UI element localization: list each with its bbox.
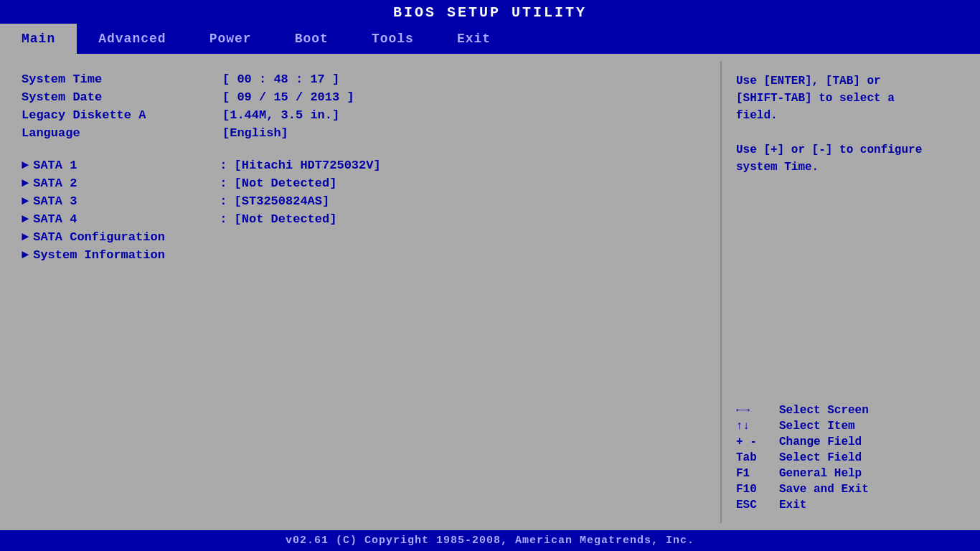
menu-item-row[interactable]: ►System Information (22, 248, 706, 262)
menu-item-row[interactable]: ►SATA Configuration (22, 230, 706, 244)
key-code: + - (736, 435, 779, 448)
key-hint-row: TabSelect Field (736, 451, 958, 464)
key-hints: ←→Select Screen↑↓Select Item+ -Change Fi… (736, 404, 958, 512)
menu-item-label: SATA 3 (33, 194, 220, 208)
key-desc: Select Screen (779, 404, 869, 417)
menu-arrow-icon: ► (22, 159, 29, 172)
menu-arrow-icon: ► (22, 194, 29, 208)
right-panel: Use [ENTER], [TAB] or[SHIFT-TAB] to sele… (722, 61, 973, 523)
key-hint-row: F1General Help (736, 467, 958, 480)
menu-item-value: : [ST3250824AS] (220, 194, 329, 208)
key-code: ↑↓ (736, 420, 779, 433)
nav-item-power[interactable]: Power (188, 24, 273, 54)
key-desc: Select Field (779, 451, 862, 464)
key-hint-row: F10Save and Exit (736, 483, 958, 496)
key-desc: Save and Exit (779, 483, 869, 496)
nav-item-exit[interactable]: Exit (435, 24, 512, 54)
nav-item-advanced[interactable]: Advanced (77, 24, 187, 54)
nav-item-boot[interactable]: Boot (273, 24, 350, 54)
key-code: F1 (736, 467, 779, 480)
nav-item-main[interactable]: Main (0, 24, 77, 54)
bios-title: BIOS SETUP UTILITY (0, 0, 980, 24)
key-code: ←→ (736, 404, 779, 417)
nav-item-tools[interactable]: Tools (350, 24, 435, 54)
footer: v02.61 (C) Copyright 1985-2008, American… (0, 530, 980, 551)
setting-label: Legacy Diskette A (22, 108, 222, 122)
key-code: F10 (736, 483, 779, 496)
menu-arrow-icon: ► (22, 230, 29, 244)
setting-value[interactable]: [1.44M, 3.5 in.] (222, 108, 339, 122)
key-desc: Exit (779, 499, 806, 512)
setting-value[interactable]: [English] (222, 126, 288, 140)
menu-item-row[interactable]: ►SATA 1: [Hitachi HDT725032V] (22, 159, 706, 172)
setting-row: System Time[ 00 : 48 : 17 ] (22, 72, 706, 86)
help-section: Use [ENTER], [TAB] or[SHIFT-TAB] to sele… (736, 72, 958, 183)
key-code: ESC (736, 499, 779, 512)
menu-arrow-icon: ► (22, 248, 29, 262)
key-desc: General Help (779, 467, 862, 480)
key-code: Tab (736, 451, 779, 464)
key-hint-row: ESCExit (736, 499, 958, 512)
menu-item-row[interactable]: ►SATA 4: [Not Detected] (22, 212, 706, 226)
setting-row: Language[English] (22, 126, 706, 140)
setting-label: System Date (22, 90, 222, 104)
setting-value[interactable]: [ 09 / 15 / 2013 ] (222, 90, 354, 104)
setting-row: Legacy Diskette A[1.44M, 3.5 in.] (22, 108, 706, 122)
menu-item-label: SATA 1 (33, 159, 220, 172)
menu-item-label: SATA Configuration (33, 230, 220, 244)
menu-item-row[interactable]: ►SATA 2: [Not Detected] (22, 176, 706, 190)
key-desc: Change Field (779, 435, 862, 448)
left-panel: System Time[ 00 : 48 : 17 ]System Date[ … (7, 61, 722, 523)
setting-label: Language (22, 126, 222, 140)
menu-arrow-icon: ► (22, 176, 29, 190)
section-gap (22, 144, 706, 159)
key-hint-row: + -Change Field (736, 435, 958, 448)
menu-item-label: SATA 2 (33, 176, 220, 190)
key-desc: Select Item (779, 420, 855, 433)
menu-item-value: : [Not Detected] (220, 212, 336, 226)
menu-item-value: : [Hitachi HDT725032V] (220, 159, 380, 172)
menu-arrow-icon: ► (22, 212, 29, 226)
setting-label: System Time (22, 72, 222, 86)
menu-item-label: SATA 4 (33, 212, 220, 226)
key-hint-row: ←→Select Screen (736, 404, 958, 417)
menu-item-label: System Information (33, 248, 220, 262)
setting-row: System Date[ 09 / 15 / 2013 ] (22, 90, 706, 104)
key-hint-row: ↑↓Select Item (736, 420, 958, 433)
menu-item-row[interactable]: ►SATA 3: [ST3250824AS] (22, 194, 706, 208)
menu-item-value: : [Not Detected] (220, 176, 336, 190)
main-content: System Time[ 00 : 48 : 17 ]System Date[ … (0, 54, 980, 530)
help-text: Use [ENTER], [TAB] or[SHIFT-TAB] to sele… (736, 72, 958, 176)
nav-bar: MainAdvancedPowerBootToolsExit (0, 24, 980, 54)
setting-value[interactable]: [ 00 : 48 : 17 ] (222, 72, 339, 86)
